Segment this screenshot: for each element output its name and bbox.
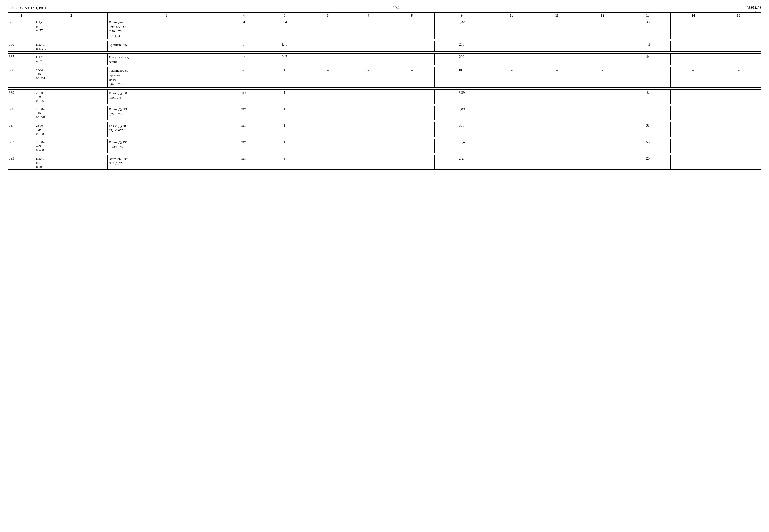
table-cell: – bbox=[348, 122, 389, 137]
table-cell: Вентиль I5кч I9пI Ду25 bbox=[108, 155, 226, 170]
table-cell: 23-I0– –29 06–088 bbox=[35, 122, 107, 137]
table-cell: 392 bbox=[8, 139, 35, 153]
table-cell: – bbox=[580, 41, 625, 52]
table-cell: – bbox=[389, 67, 434, 87]
table-cell: – bbox=[489, 41, 534, 52]
table-cell: 4II bbox=[625, 41, 670, 52]
table-cell: 39I bbox=[8, 122, 35, 137]
table-cell: То же, ДуI00 7,8xI,075 bbox=[108, 89, 226, 104]
table-cell: – bbox=[307, 67, 348, 87]
table-cell: 33 bbox=[625, 19, 670, 39]
col-header-10: 10 bbox=[489, 13, 534, 19]
table-cell: 44 bbox=[625, 54, 670, 65]
spacer-cell bbox=[8, 120, 761, 122]
table-cell: П.I,ч.II п.572–а bbox=[35, 41, 107, 52]
table-cell: шт. bbox=[225, 155, 262, 170]
table-cell: 23-I0– –29 06–06I bbox=[35, 106, 107, 120]
table-cell: – bbox=[389, 89, 434, 104]
table-cell: 9,89 bbox=[434, 106, 489, 120]
table-cell: То же, диам. 32x2 мм ГОСТ I0704–76 I00xI… bbox=[108, 19, 226, 39]
table-cell: – bbox=[307, 155, 348, 170]
col-header-5: 5 bbox=[262, 13, 307, 19]
col-header-4: 4 bbox=[225, 13, 262, 19]
table-cell: 386 bbox=[8, 41, 35, 52]
table-cell: – bbox=[716, 122, 761, 137]
table-cell: – bbox=[489, 139, 534, 153]
spacer-row bbox=[8, 87, 761, 89]
table-cell: шт. bbox=[225, 106, 262, 120]
table-cell: 23-I0– –29 06–I04 bbox=[35, 67, 107, 87]
table-cell: – bbox=[534, 41, 580, 52]
table-cell: – bbox=[580, 155, 625, 170]
table-cell: I0 bbox=[625, 106, 670, 120]
spacer-row bbox=[8, 39, 761, 41]
table-cell: – bbox=[534, 67, 580, 87]
table-cell: – bbox=[534, 89, 580, 104]
table-cell: – bbox=[307, 106, 348, 120]
table-cell: Фланцевое со- единение Ду50 9,6xI,075 bbox=[108, 67, 226, 87]
col-header-3: 3 bbox=[108, 13, 226, 19]
table-cell: – bbox=[348, 89, 389, 104]
table-row: 38823-I0– –29 06–I04Фланцевое со- единен… bbox=[8, 67, 761, 87]
header-center: — 134 — bbox=[388, 5, 405, 10]
table-cell: 55,4 bbox=[434, 139, 489, 153]
spacer-cell bbox=[8, 104, 761, 106]
spacer-cell bbox=[8, 87, 761, 89]
spacer-cell bbox=[8, 137, 761, 139]
table-cell: I0 bbox=[625, 67, 670, 87]
table-cell: шт. bbox=[225, 67, 262, 87]
main-table: 1 2 3 4 5 6 7 8 9 10 11 12 13 14 15 385Ц… bbox=[8, 12, 761, 170]
table-header-row: 1 2 3 4 5 6 7 8 9 10 11 12 13 14 15 bbox=[8, 13, 761, 19]
table-cell: – bbox=[389, 139, 434, 153]
col-header-13: 13 bbox=[625, 13, 670, 19]
table-cell: – bbox=[671, 54, 716, 65]
table-cell: 0,32 bbox=[434, 19, 489, 39]
table-cell: т bbox=[225, 54, 262, 65]
spacer-row bbox=[8, 52, 761, 54]
table-cell: – bbox=[389, 19, 434, 39]
table-cell: I04 bbox=[262, 19, 307, 39]
spacer-row bbox=[8, 137, 761, 139]
table-cell: – bbox=[389, 155, 434, 170]
spacer-cell bbox=[8, 153, 761, 155]
table-cell: 388 bbox=[8, 67, 35, 87]
table-cell: – bbox=[534, 139, 580, 153]
table-cell: Ц.I,ч.I р.III п.I77 bbox=[35, 19, 107, 39]
table-row: 387П.I,ч.II п.573Хомуты и под- вескит0,I… bbox=[8, 54, 761, 65]
table-cell: 2,2I bbox=[434, 155, 489, 170]
table-cell: – bbox=[716, 139, 761, 153]
table-cell: – bbox=[348, 67, 389, 87]
table-cell: – bbox=[389, 106, 434, 120]
table-cell: П.I,ч.II п.573 bbox=[35, 54, 107, 65]
col-header-7: 7 bbox=[348, 13, 389, 19]
table-cell: – bbox=[489, 54, 534, 65]
table-cell: – bbox=[716, 106, 761, 120]
col-header-12: 12 bbox=[580, 13, 625, 19]
table-cell: – bbox=[489, 155, 534, 170]
table-cell: 0,I5 bbox=[262, 54, 307, 65]
table-cell: 393 bbox=[8, 155, 35, 170]
table-cell: – bbox=[580, 89, 625, 104]
table-row: 38923-I0– –29 06–060То же, ДуI00 7,8xI,0… bbox=[8, 89, 761, 104]
table-cell: – bbox=[671, 67, 716, 87]
table-cell: 9 bbox=[262, 155, 307, 170]
table-cell: – bbox=[489, 67, 534, 87]
table-cell: – bbox=[580, 54, 625, 65]
header-left: 903-I-198 .Ал. I2. I, кн. I bbox=[8, 6, 46, 10]
table-cell: – bbox=[348, 54, 389, 65]
col-header-1: 1 bbox=[8, 13, 35, 19]
corner-mark: 7 bbox=[755, 8, 757, 13]
table-cell: 38,I bbox=[434, 122, 489, 137]
col-header-15: 15 bbox=[716, 13, 761, 19]
header-right: 18454-31 bbox=[746, 6, 761, 10]
spacer-row bbox=[8, 65, 761, 67]
spacer-cell bbox=[8, 65, 761, 67]
table-cell: – bbox=[580, 139, 625, 153]
table-cell: I,48 bbox=[262, 41, 307, 52]
table-cell: – bbox=[671, 41, 716, 52]
table-cell: 390 bbox=[8, 106, 35, 120]
col-header-2: 2 bbox=[35, 13, 107, 19]
spacer-cell bbox=[8, 39, 761, 41]
table-cell: – bbox=[716, 19, 761, 39]
table-cell: – bbox=[716, 54, 761, 65]
